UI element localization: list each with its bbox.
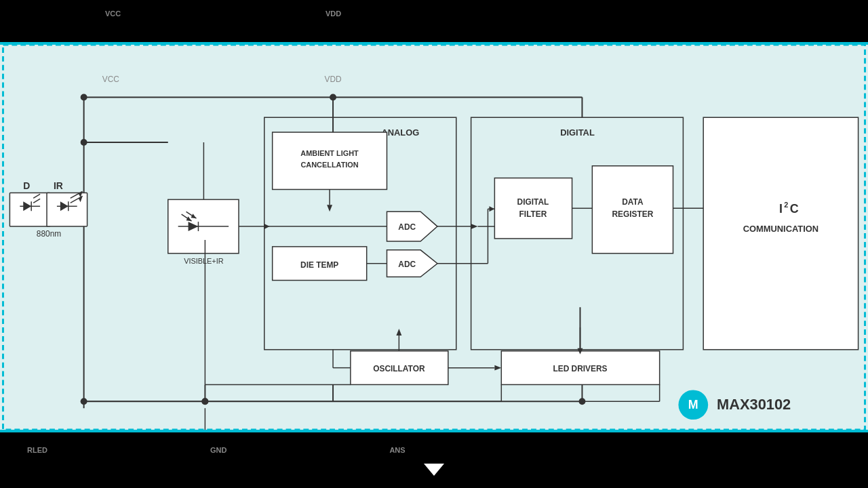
svg-point-4 <box>330 94 336 100</box>
svg-rect-17 <box>9 192 50 226</box>
visible-ir-label: VISIBLE+IR <box>184 257 224 265</box>
chip-name-label: MAX30102 <box>717 396 791 413</box>
i2c-label: I <box>779 202 783 216</box>
teal-border-bottom <box>0 430 868 432</box>
digital-label: DIGITAL <box>560 127 595 138</box>
i2c-c-label: C <box>790 202 799 216</box>
die-temp-label: DIE TEMP <box>300 260 338 270</box>
content-area: VCC VDD D IR <box>0 45 868 430</box>
data-register-label1: DATA <box>622 197 644 207</box>
bottom-pins: RLED GND ANS <box>27 446 406 454</box>
oscillator-label: OSCILLATOR <box>373 364 425 373</box>
wavelength-label: 880nm <box>37 229 61 239</box>
svg-marker-96 <box>424 464 444 476</box>
svg-point-85 <box>201 398 208 405</box>
filter-label: FILTER <box>519 209 547 219</box>
block-diagram: VCC VDD D IR <box>0 45 868 430</box>
svg-rect-59 <box>494 178 572 239</box>
led-ir-label: IR <box>54 180 63 191</box>
teal-border-top <box>0 42 868 45</box>
cancellation-label: CANCELLATION <box>300 161 358 169</box>
led-d-label: D <box>23 180 30 191</box>
led-drivers-label: LED DRIVERS <box>553 364 607 373</box>
svg-point-9 <box>81 139 87 146</box>
data-register-label2: REGISTER <box>612 209 653 219</box>
i2c-superscript: 2 <box>784 201 788 209</box>
rled-pin-label: RLED <box>27 446 47 454</box>
top-pin-vcc: VCC <box>105 7 121 19</box>
ambient-light-label: AMBIENT LIGHT <box>300 149 359 157</box>
black-bar-top <box>0 0 868 42</box>
gnd-pin-label: GND <box>210 446 226 454</box>
communication-label: COMMUNICATION <box>743 224 818 234</box>
main-container: VCC VDD D IR <box>0 0 868 488</box>
vcc-pin-label: VCC <box>102 75 120 84</box>
adc1-label: ADC <box>398 222 416 232</box>
maxim-logo-icon: M <box>688 398 698 411</box>
nav-down-arrow[interactable] <box>424 464 444 480</box>
digital-filter-label: DIGITAL <box>517 197 549 207</box>
svg-point-90 <box>578 398 585 405</box>
ans-pin-label: ANS <box>389 446 405 454</box>
vdd-pin-label: VDD <box>324 75 342 84</box>
top-pin-vdd: VDD <box>326 7 341 19</box>
adc2-label: ADC <box>398 260 416 269</box>
